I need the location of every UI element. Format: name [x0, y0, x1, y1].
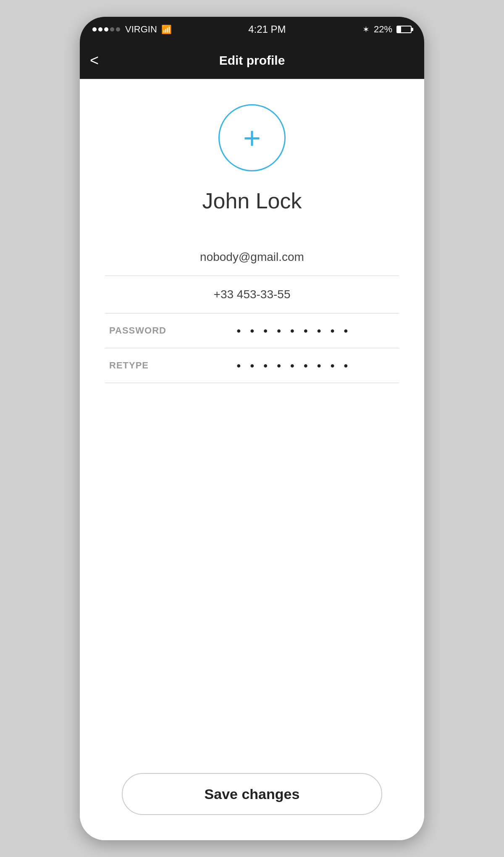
form-section: nobody@gmail.com +33 453-33-55 PASSWORD … — [105, 239, 399, 383]
status-time: 4:21 PM — [248, 24, 286, 35]
battery-percent: 22% — [374, 24, 392, 35]
signal-dot-4 — [110, 27, 114, 32]
status-right: ✶ 22% — [362, 24, 412, 35]
save-changes-button[interactable]: Save changes — [122, 773, 382, 815]
battery-icon — [396, 26, 412, 33]
plus-icon: + — [243, 123, 261, 153]
password-field[interactable]: PASSWORD ● ● ● ● ● ● ● ● ● — [105, 313, 399, 348]
retype-label: RETYPE — [109, 360, 193, 371]
avatar-add-button[interactable]: + — [218, 104, 286, 171]
back-button[interactable]: < — [90, 52, 99, 69]
email-field[interactable]: nobody@gmail.com — [105, 239, 399, 276]
nav-bar: < Edit profile — [80, 42, 424, 79]
signal-dot-5 — [116, 27, 120, 32]
password-value: ● ● ● ● ● ● ● ● ● — [193, 326, 395, 335]
phone-frame: VIRGIN 📶 4:21 PM ✶ 22% < Edit profile + … — [80, 17, 424, 840]
retype-value: ● ● ● ● ● ● ● ● ● — [193, 361, 395, 370]
signal-dots — [92, 27, 120, 32]
status-bar: VIRGIN 📶 4:21 PM ✶ 22% — [80, 17, 424, 42]
signal-dot-3 — [104, 27, 108, 32]
password-label: PASSWORD — [109, 325, 193, 336]
phone-value: +33 453-33-55 — [214, 288, 291, 301]
back-chevron-icon: < — [90, 52, 99, 69]
signal-dot-2 — [98, 27, 102, 32]
carrier-label: VIRGIN — [125, 24, 157, 35]
status-left: VIRGIN 📶 — [92, 24, 172, 35]
wifi-icon: 📶 — [161, 24, 172, 34]
bluetooth-icon: ✶ — [362, 24, 370, 34]
user-name: John Lock — [202, 188, 302, 213]
nav-title: Edit profile — [219, 53, 285, 68]
signal-dot-1 — [92, 27, 97, 32]
main-content: + John Lock nobody@gmail.com +33 453-33-… — [80, 79, 424, 840]
email-value: nobody@gmail.com — [200, 250, 304, 264]
save-area: Save changes — [105, 739, 399, 815]
retype-field[interactable]: RETYPE ● ● ● ● ● ● ● ● ● — [105, 348, 399, 383]
battery-fill — [397, 26, 401, 32]
phone-field[interactable]: +33 453-33-55 — [105, 276, 399, 313]
